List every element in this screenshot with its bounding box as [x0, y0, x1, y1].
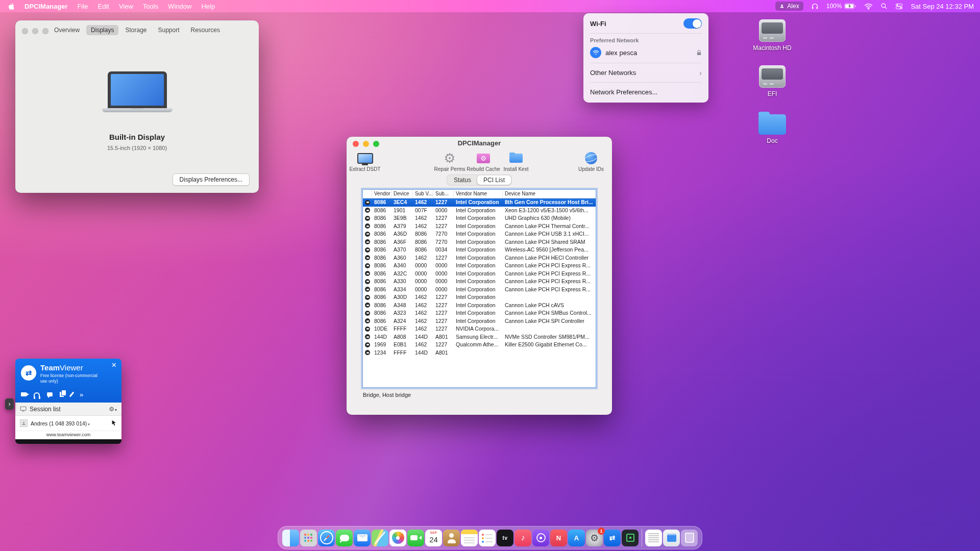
table-row[interactable]: 8086 A36D 8086 7270 Intel Corporation Ca…: [363, 230, 596, 238]
table-row[interactable]: 144D A808 144D A801 Samsung Electr... NV…: [363, 333, 596, 341]
column-header[interactable]: Vendor: [372, 190, 391, 198]
tab-storage[interactable]: Storage: [120, 25, 151, 35]
menu-edit[interactable]: Edit: [97, 3, 109, 10]
dock-notes[interactable]: [461, 530, 478, 546]
dock-screen-sharing[interactable]: [663, 530, 680, 546]
toolbar-install-kext[interactable]: Install Kext: [498, 151, 534, 172]
battery-status[interactable]: 100%: [826, 3, 857, 10]
tab-status[interactable]: Status: [448, 176, 477, 185]
table-row[interactable]: 8086 3EC4 1462 1227 Intel Corporation 8t…: [363, 198, 596, 207]
tab-overview[interactable]: Overview: [50, 25, 84, 35]
tab-resources[interactable]: Resources: [186, 25, 225, 35]
desktop-icon-macintosh-hd[interactable]: Macintosh HD: [752, 19, 793, 52]
table-row[interactable]: 1969 E0B1 1462 1227 Qualcomm Athe... Kil…: [363, 341, 596, 349]
column-header[interactable]: Vendor Name: [454, 190, 503, 198]
table-row[interactable]: 8086 A334 0000 0000 Intel Corporation Ca…: [363, 286, 596, 294]
table-row[interactable]: 8086 1901 007F 0000 Intel Corporation Xe…: [363, 207, 596, 215]
connect-cursor-icon[interactable]: [111, 420, 117, 427]
dock-finder[interactable]: [282, 530, 299, 546]
dock-facetime[interactable]: [407, 530, 424, 546]
dock-contacts[interactable]: [443, 530, 460, 546]
teamviewer-website[interactable]: www.teamviewer.com: [15, 431, 121, 439]
desktop-icon-efi[interactable]: EFI: [752, 65, 793, 97]
session-list-row[interactable]: Session list ⚙: [15, 403, 121, 416]
copy-icon[interactable]: [60, 392, 64, 397]
table-row[interactable]: 8086 A323 1462 1227 Intel Corporation Ca…: [363, 309, 596, 317]
dock-tv[interactable]: tv: [497, 530, 513, 546]
video-icon[interactable]: [21, 392, 27, 396]
table-row[interactable]: 8086 A324 1462 1227 Intel Corporation Ca…: [363, 317, 596, 325]
menu-window[interactable]: Window: [168, 3, 191, 10]
dock-system-preferences[interactable]: ⚙ 1: [586, 530, 603, 546]
column-header[interactable]: Sub...: [433, 190, 454, 198]
dock-trash[interactable]: [681, 530, 698, 546]
column-header[interactable]: Device Name: [503, 190, 596, 198]
panel-expand-tab[interactable]: [5, 398, 14, 410]
column-header[interactable]: Sub V...: [413, 190, 433, 198]
table-row[interactable]: 8086 A30D 1462 1227 Intel Corporation: [363, 293, 596, 302]
teamviewer-header[interactable]: TeamViewer Free license (non-commercial …: [15, 359, 121, 403]
brush-icon[interactable]: [69, 391, 74, 397]
table-row[interactable]: 8086 A36F 8086 7270 Intel Corporation Ca…: [363, 238, 596, 246]
gear-icon[interactable]: ⚙: [109, 406, 117, 413]
menu-view[interactable]: View: [119, 3, 133, 10]
zoom-button[interactable]: [373, 141, 379, 147]
dock-teamviewer[interactable]: ⇄: [604, 530, 621, 546]
menubar-clock[interactable]: Sat Sep 24 12:32 PM: [911, 3, 974, 10]
session-user-row[interactable]: Andres (1 048 393 014): [15, 416, 121, 431]
dock-app-store[interactable]: A: [568, 530, 585, 546]
displays-preferences-button[interactable]: Displays Preferences...: [173, 173, 250, 186]
menu-tools[interactable]: Tools: [143, 3, 158, 10]
dock-messages[interactable]: [336, 530, 353, 546]
table-row[interactable]: 8086 A360 1462 1227 Intel Corporation Ca…: [363, 254, 596, 262]
tab-pci-list[interactable]: PCI List: [477, 176, 511, 185]
table-row[interactable]: 8086 A370 8086 0034 Intel Corporation Wi…: [363, 246, 596, 254]
preferred-network-item[interactable]: alex pesca: [583, 46, 708, 59]
dock-music[interactable]: ♪: [514, 530, 531, 546]
table-row[interactable]: 1234 FFFF 144D A801: [363, 349, 596, 357]
more-icon[interactable]: [80, 390, 83, 399]
wifi-toggle[interactable]: [683, 18, 702, 29]
icon-column-header[interactable]: [363, 190, 372, 198]
dock-launchpad[interactable]: [300, 530, 317, 546]
close-icon[interactable]: ✕: [111, 361, 117, 369]
toolbar-extract-dsdt[interactable]: Extract DSDT: [347, 151, 383, 172]
dock-mail[interactable]: [354, 530, 371, 546]
tab-support[interactable]: Support: [154, 25, 184, 35]
dock-maps[interactable]: [372, 530, 388, 546]
table-row[interactable]: 8086 3E9B 1462 1227 Intel Corporation UH…: [363, 214, 596, 222]
menu-help[interactable]: Help: [201, 3, 215, 10]
table-row[interactable]: 8086 A330 0000 0000 Intel Corporation Ca…: [363, 278, 596, 286]
chat-icon[interactable]: [47, 392, 53, 396]
dock-reminders[interactable]: [479, 530, 496, 546]
window-title[interactable]: DPCIManager: [347, 137, 612, 150]
tab-displays[interactable]: Displays: [86, 25, 118, 35]
table-row[interactable]: 8086 A379 1462 1227 Intel Corporation Ca…: [363, 222, 596, 231]
control-center-icon[interactable]: [895, 3, 903, 10]
table-row[interactable]: 8086 A348 1462 1227 Intel Corporation Ca…: [363, 302, 596, 310]
menu-file[interactable]: File: [78, 3, 88, 10]
apple-menu-icon[interactable]: [8, 3, 15, 10]
toolbar-repair-perms[interactable]: Repair Perms: [432, 151, 468, 172]
dock-podcasts[interactable]: [532, 530, 549, 546]
other-networks-item[interactable]: Other Networks: [583, 67, 708, 79]
dock-separator[interactable]: [642, 529, 642, 546]
dock-photos[interactable]: [389, 530, 406, 546]
desktop-icon-doc[interactable]: Doc: [752, 112, 793, 144]
table-row[interactable]: 10DE FFFF 1462 1227 NVIDIA Corpora...: [363, 325, 596, 333]
headphones-icon[interactable]: [811, 3, 819, 10]
headset-icon[interactable]: [34, 392, 40, 397]
table-row[interactable]: 8086 A340 0000 0000 Intel Corporation Ca…: [363, 262, 596, 270]
minimize-button[interactable]: [363, 141, 369, 147]
fast-user-switch[interactable]: Alex: [775, 2, 803, 11]
menubar-app-title[interactable]: DPCIManager: [24, 3, 68, 10]
network-preferences-item[interactable]: Network Preferences...: [583, 86, 708, 98]
dock-safari[interactable]: [318, 530, 335, 546]
wifi-menu-icon[interactable]: [864, 3, 873, 10]
close-button[interactable]: [353, 141, 359, 147]
toolbar-rebuild-cache[interactable]: Rebuild Cache: [465, 151, 501, 172]
dock-hardware-monitor[interactable]: [622, 530, 639, 546]
dock-calendar[interactable]: SEP 24: [425, 530, 442, 546]
column-header[interactable]: Device: [391, 190, 413, 198]
table-row[interactable]: 8086 A32C 0000 0000 Intel Corporation Ca…: [363, 270, 596, 278]
